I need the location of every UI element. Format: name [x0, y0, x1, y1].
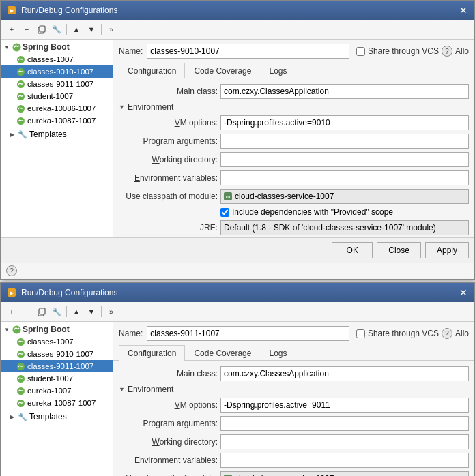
- tab-logs-1[interactable]: Logs: [260, 63, 296, 78]
- main-class-input-2[interactable]: [220, 366, 469, 381]
- main-class-input-1[interactable]: [220, 84, 469, 99]
- copy-config-button-2[interactable]: [35, 305, 48, 318]
- tab-logs-2[interactable]: Logs: [260, 345, 296, 361]
- program-args-input-1[interactable]: [220, 134, 469, 149]
- dialog-footer-1: OK Close Apply: [1, 237, 474, 263]
- settings-button-2[interactable]: 🔧: [50, 305, 63, 318]
- vm-options-row-2: VM options:: [119, 398, 469, 413]
- sidebar-item-classes-9011-2[interactable]: classes-9011-1007: [1, 360, 113, 372]
- remove-config-button-2[interactable]: −: [20, 305, 33, 318]
- spring-boot-icon-2: [12, 325, 21, 334]
- sidebar-item-eureka-10087-1[interactable]: eureka-10087-1007: [1, 115, 113, 127]
- share-label-2: Share through VCS: [368, 329, 439, 338]
- move-down-button-1[interactable]: ▼: [85, 23, 98, 36]
- svg-rect-3: [40, 26, 45, 32]
- jre-row-1: JRE:: [119, 220, 469, 235]
- item-icon-3: [16, 79, 25, 89]
- working-dir-input-1[interactable]: [220, 152, 469, 167]
- env-vars-row-1: Environment variables:: [119, 170, 469, 185]
- item-icon-8: [16, 349, 25, 359]
- move-up-button-2[interactable]: ▲: [70, 305, 83, 318]
- sidebar-2: ▼ Spring Boot: [1, 322, 113, 476]
- share-help-btn-1[interactable]: ?: [442, 46, 452, 57]
- dialog-body-1: + − 🔧 ▲ ▼ » ▼: [1, 20, 474, 263]
- spring-boot-group-header-1[interactable]: ▼ Spring Boot: [1, 41, 113, 53]
- program-args-input-2[interactable]: [220, 416, 469, 431]
- move-down-button-2[interactable]: ▼: [85, 305, 98, 318]
- item-label: eureka-10087-1007: [27, 117, 96, 125]
- more-button-1[interactable]: »: [104, 23, 118, 36]
- main-class-label-1: Main class:: [119, 87, 218, 96]
- copy-config-button-1[interactable]: [35, 23, 48, 36]
- sidebar-item-classes-9010-1007-1[interactable]: classes-9010-1007: [1, 65, 113, 78]
- apply-button-1[interactable]: Apply: [425, 242, 469, 258]
- allo-label-2: Allo: [455, 329, 469, 338]
- sidebar-item-eureka-10087-2[interactable]: eureka-10087-1007: [1, 397, 113, 409]
- group-triangle-1: ▼: [3, 44, 10, 50]
- jre-label-1: JRE:: [119, 223, 218, 233]
- include-deps-row-1: Include dependencies with "Provided" sco…: [220, 207, 469, 217]
- item-label: student-1007: [27, 374, 73, 383]
- templates-row-2[interactable]: ▶ 🔧 Templates: [1, 411, 113, 423]
- templates-label-1: Templates: [29, 130, 67, 139]
- templates-row-1[interactable]: ▶ 🔧 Templates: [1, 128, 113, 140]
- sidebar-item-classes-1007-2[interactable]: classes-1007: [1, 336, 113, 348]
- toolbar-2: + − 🔧 ▲ ▼ »: [1, 302, 474, 322]
- sidebar-item-eureka-10086-1[interactable]: eureka-10086-1007: [1, 102, 113, 115]
- name-row-1: Name: Share through VCS ? Allo: [113, 40, 474, 63]
- env-vars-input-1[interactable]: [220, 170, 469, 185]
- env-triangle-2: ▼: [119, 386, 125, 393]
- sidebar-item-student-2[interactable]: student-1007: [1, 372, 113, 385]
- item-label: student-1007: [27, 92, 73, 100]
- name-input-1[interactable]: [147, 44, 349, 59]
- more-button-2[interactable]: »: [104, 305, 118, 318]
- program-args-label-1: Program arguments:: [119, 136, 218, 146]
- working-dir-label-1: Working directory:: [119, 155, 218, 164]
- vm-options-input-2[interactable]: [220, 398, 469, 413]
- share-checkbox-1[interactable]: [356, 47, 365, 56]
- add-config-button-2[interactable]: +: [5, 305, 18, 318]
- settings-button-1[interactable]: 🔧: [50, 23, 63, 36]
- working-dir-input-2[interactable]: [220, 434, 469, 449]
- tabs-row-1: Configuration Code Coverage Logs: [113, 63, 474, 78]
- sidebar-item-student-1007-1[interactable]: student-1007: [1, 90, 113, 102]
- sidebar-item-classes-1007-1[interactable]: classes-1007: [1, 53, 113, 65]
- vm-options-input-1[interactable]: [220, 115, 469, 130]
- classpath-row-2: Use classpath of module: m cloud-classes…: [119, 471, 469, 476]
- tab-code-coverage-1[interactable]: Code Coverage: [185, 63, 260, 78]
- help-icon-1[interactable]: ?: [6, 265, 17, 276]
- item-label: classes-1007: [27, 338, 74, 346]
- tab-configuration-2[interactable]: Configuration: [119, 345, 185, 361]
- close-button-1[interactable]: ✕: [458, 5, 469, 16]
- env-vars-input-2[interactable]: [220, 453, 469, 468]
- jre-input-1[interactable]: [220, 220, 469, 235]
- toolbar-1: + − 🔧 ▲ ▼ »: [1, 20, 474, 40]
- share-checkbox-2[interactable]: [356, 329, 365, 338]
- main-class-label-2: Main class:: [119, 369, 218, 378]
- toolbar-sep-1: [66, 24, 67, 35]
- vm-options-label-2: VM options:: [119, 400, 218, 410]
- tabs-row-2: Configuration Code Coverage Logs: [113, 345, 474, 361]
- name-row-2: Name: Share through VCS ? Allo: [113, 322, 474, 345]
- ok-button-1[interactable]: OK: [332, 242, 373, 258]
- remove-config-button-1[interactable]: −: [20, 23, 33, 36]
- share-help-btn-2[interactable]: ?: [442, 328, 452, 339]
- main-class-row-1: Main class:: [119, 84, 469, 99]
- close-button-1b[interactable]: Close: [377, 242, 421, 258]
- sidebar-item-classes-9011-1007-1[interactable]: classes-9011-1007: [1, 78, 113, 90]
- name-input-2[interactable]: [147, 326, 349, 341]
- toolbar-sep-2: [101, 24, 102, 35]
- close-button-2[interactable]: ✕: [458, 287, 469, 298]
- include-deps-checkbox-1[interactable]: [220, 208, 229, 217]
- add-config-button-1[interactable]: +: [5, 23, 18, 36]
- spring-boot-group-header-2[interactable]: ▼ Spring Boot: [1, 323, 113, 336]
- move-up-button-1[interactable]: ▲: [70, 23, 83, 36]
- config-panel-2: Main class: ▼ Environment VM options:: [113, 361, 474, 476]
- tab-code-coverage-2[interactable]: Code Coverage: [185, 345, 260, 361]
- sidebar-item-classes-9010-2[interactable]: classes-9010-1007: [1, 348, 113, 360]
- item-icon-4: [16, 91, 25, 101]
- title-bar-1: ▶ Run/Debug Configurations ✕: [1, 1, 474, 20]
- tab-configuration-1[interactable]: Configuration: [119, 63, 185, 78]
- sidebar-item-eureka-1007-2[interactable]: eureka-1007: [1, 385, 113, 397]
- main-content-2: ▼ Spring Boot: [1, 322, 474, 476]
